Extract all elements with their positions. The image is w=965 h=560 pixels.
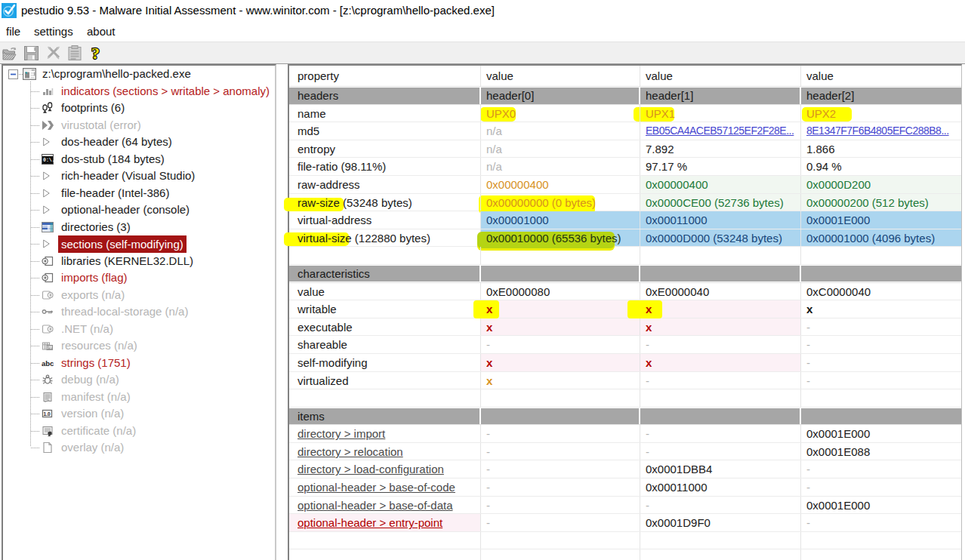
svg-text:?: ? (91, 45, 100, 62)
svg-text:1.0: 1.0 (44, 411, 51, 417)
svg-text:0:\.: 0:\. (43, 158, 54, 163)
svg-text:abc: abc (42, 358, 54, 367)
